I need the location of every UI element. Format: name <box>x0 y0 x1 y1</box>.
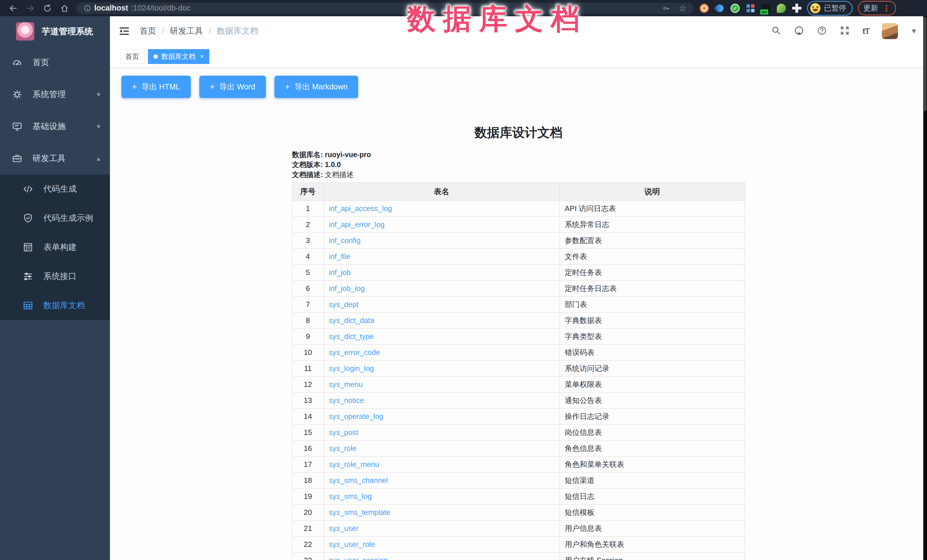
font-size-icon[interactable]: tT <box>862 26 869 36</box>
row-index: 13 <box>292 393 324 409</box>
table-name-link[interactable]: sys_sms_channel <box>329 476 388 485</box>
table-name-link[interactable]: sys_dict_type <box>329 332 374 341</box>
doc-meta-row-2: 文档版本: 1.0.0 <box>292 159 745 170</box>
table-row: 9sys_dict_type字典类型表 <box>292 329 745 344</box>
sidebar-logo[interactable]: 芋道管理系统 <box>0 16 110 47</box>
table-row: 8sys_dict_data字典数据表 <box>292 313 745 329</box>
sidebar-item-label: 首页 <box>33 57 49 68</box>
table-name-link[interactable]: inf_file <box>329 252 350 261</box>
table-name-link[interactable]: inf_job_log <box>329 284 365 293</box>
table-row: 16sys_role角色信息表 <box>292 441 745 457</box>
user-avatar[interactable] <box>882 23 898 39</box>
tab-1[interactable]: 首页 <box>120 49 144 64</box>
table-header-row: 序号表名说明 <box>292 183 745 201</box>
sidebar-subitem-2[interactable]: 代码生成示例 <box>0 203 110 233</box>
browser-forward-icon[interactable] <box>22 4 39 13</box>
breadcrumb-separator: / <box>209 26 211 36</box>
table-name-link[interactable]: sys_user_role <box>329 540 375 549</box>
table-name-link[interactable]: sys_user <box>329 524 359 533</box>
help-icon[interactable] <box>817 26 827 37</box>
tab-label: 数据库文档 <box>161 52 196 61</box>
table-name-link[interactable]: sys_role <box>329 444 357 453</box>
row-index: 22 <box>292 537 324 552</box>
github-icon[interactable] <box>794 26 804 37</box>
db-doc-preview: 数据库设计文档 数据库名: ruoyi-vue-pro文档版本: 1.0.0文档… <box>292 124 745 560</box>
shield-check-icon <box>23 213 35 223</box>
puzzle-extension-icon[interactable] <box>792 4 801 13</box>
sidebar-subitem-1[interactable]: 代码生成 <box>0 175 110 203</box>
meta-label: 数据库名: <box>292 150 325 158</box>
url-host: localhost <box>94 4 128 12</box>
page-scrollbar[interactable] <box>923 16 927 560</box>
table-name-link[interactable]: inf_config <box>329 236 361 245</box>
table-name-link[interactable]: sys_role_menu <box>329 460 379 469</box>
grid-extension-icon[interactable] <box>746 4 755 13</box>
table-name-link[interactable]: sys_login_log <box>329 364 374 373</box>
address-bar[interactable]: localhost:1024/tool/db-doc ☆ <box>76 3 693 14</box>
table-description: 短信模板 <box>559 505 745 521</box>
browser-reload-icon[interactable] <box>39 4 56 13</box>
sidebar-item-1[interactable]: 首页 <box>0 47 110 79</box>
scrollbar-thumb[interactable] <box>924 17 926 111</box>
table-row: 15sys_post岗位信息表 <box>292 425 745 441</box>
table-name-link[interactable]: sys_operate_log <box>329 412 383 420</box>
tables-overview-table: 序号表名说明 1inf_api_access_logAPI 访问日志表2inf_… <box>292 182 745 560</box>
table-name-link[interactable]: sys_dict_data <box>329 316 374 325</box>
search-icon[interactable] <box>771 26 781 37</box>
sidebar: 芋道管理系统 首页系统管理▾基础设施▾研发工具▴ 代码生成代码生成示例表单构建系… <box>0 16 110 560</box>
green-check-extension-icon[interactable]: ✓ <box>731 4 740 13</box>
blue-pin-extension-icon[interactable] <box>714 3 725 14</box>
table-name-link[interactable]: inf_api_error_log <box>329 220 384 229</box>
meta-value: ruoyi-vue-pro <box>325 150 371 158</box>
breadcrumb-item-1[interactable]: 首页 <box>140 26 156 37</box>
table-description: 用户和角色关联表 <box>559 537 745 552</box>
table-name-link[interactable]: sys_sms_template <box>329 508 391 517</box>
table-name-link[interactable]: inf_api_access_log <box>329 204 392 213</box>
export-button-3[interactable]: +导出 Markdown <box>274 76 359 98</box>
green-sprout-extension-icon[interactable] <box>777 4 786 13</box>
sidebar-subitem-4[interactable]: 系统接口 <box>0 262 110 291</box>
table-name-link[interactable]: sys_notice <box>329 396 364 405</box>
table-name-link[interactable]: sys_user_session <box>329 556 388 560</box>
table-name-link[interactable]: inf_job <box>329 268 351 277</box>
table-row: 13sys_notice通知公告表 <box>292 393 745 409</box>
table-row: 22sys_user_role用户和角色关联表 <box>292 537 745 552</box>
on-badge-extension-icon[interactable]: on <box>761 4 770 13</box>
browser-menu-icon[interactable]: ⋮ <box>882 4 891 12</box>
table-name-link[interactable]: sys_sms_log <box>329 492 372 501</box>
table-icon <box>23 300 35 311</box>
browser-back-icon[interactable] <box>5 4 22 13</box>
sidebar-item-2[interactable]: 系统管理▾ <box>0 79 110 111</box>
close-icon[interactable]: × <box>200 53 204 60</box>
bookmark-star-icon[interactable]: ☆ <box>679 3 687 13</box>
main-area: 首页/研发工具/数据库文档 tT ▼ 首页数据库文档× <box>110 16 927 560</box>
row-index: 7 <box>292 297 324 313</box>
sidebar-collapse-icon[interactable] <box>119 26 130 37</box>
sidebar-item-3[interactable]: 基础设施▾ <box>0 111 110 143</box>
breadcrumb-item-2[interactable]: 研发工具 <box>170 26 203 37</box>
sidebar-subitem-5[interactable]: 数据库文档 <box>0 291 110 320</box>
password-key-icon[interactable] <box>662 4 670 12</box>
gear-icon <box>12 90 24 100</box>
sidebar-item-4[interactable]: 研发工具▴ <box>0 143 110 175</box>
tab-2[interactable]: 数据库文档× <box>148 49 209 64</box>
orange-ring-extension-icon[interactable] <box>700 4 709 13</box>
table-row: 2inf_api_error_log系统异常日志 <box>292 217 745 233</box>
table-row: 10sys_error_code错误码表 <box>292 344 745 361</box>
table-name-link[interactable]: sys_post <box>329 428 359 437</box>
table-name-link[interactable]: sys_menu <box>329 380 363 389</box>
browser-home-icon[interactable] <box>56 4 73 13</box>
table-name-link[interactable]: sys_error_code <box>329 348 380 357</box>
table-description: 岗位信息表 <box>559 425 745 441</box>
export-button-1[interactable]: +导出 HTML <box>122 76 191 98</box>
app-title: 芋道管理系统 <box>42 26 93 37</box>
chevron-down-icon[interactable]: ▼ <box>910 27 917 35</box>
profile-paused-badge[interactable]: 已暂停 <box>807 1 853 16</box>
url-path: :1024/tool/db-doc <box>131 4 191 12</box>
site-info-icon[interactable] <box>84 4 91 12</box>
fullscreen-icon[interactable] <box>840 26 850 37</box>
sidebar-subitem-3[interactable]: 表单构建 <box>0 233 110 262</box>
table-name-link[interactable]: sys_dept <box>329 300 359 309</box>
browser-update-button[interactable]: 更新 ⋮ <box>858 1 896 15</box>
export-button-2[interactable]: +导出 Word <box>199 76 266 98</box>
